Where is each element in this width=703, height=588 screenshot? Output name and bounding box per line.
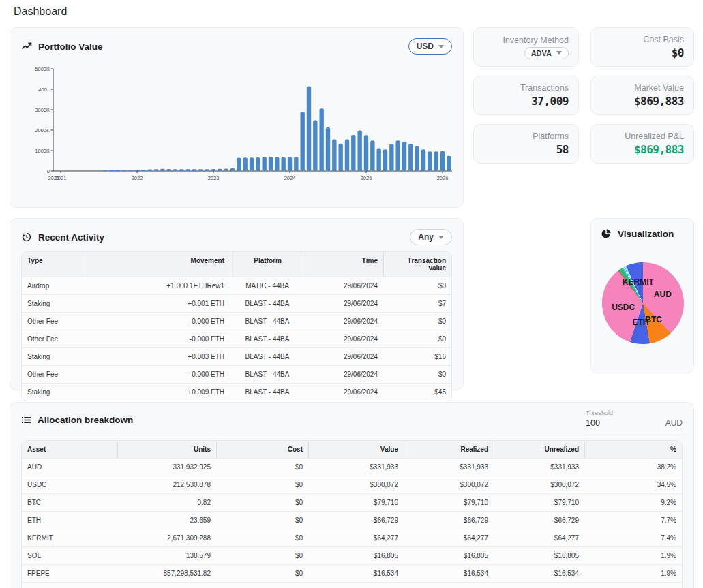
cell-transaction-value: $0 xyxy=(383,366,451,383)
column-header-movement: Movement xyxy=(87,252,230,277)
cell-movement: -0.000 ETH xyxy=(87,313,230,330)
cell-cost: $0 xyxy=(216,547,308,564)
inventory-method-dropdown[interactable]: ADVA xyxy=(524,47,569,59)
stats-grid: Inventory MethodADVACost Basis$0Transact… xyxy=(473,27,694,164)
column-header-units: Units xyxy=(117,441,216,458)
cell-value: $64,277 xyxy=(308,529,404,546)
cell-asset: BTC xyxy=(22,494,117,511)
currency-dropdown-value: USD xyxy=(417,42,434,51)
cell-units: 75,300 xyxy=(117,583,216,588)
column-header-realized: Realized xyxy=(404,441,494,458)
column-header-value: Value xyxy=(308,441,404,458)
cell-units: 331,932.925 xyxy=(117,459,216,476)
table-row: RLB75,300$0$8,309$8,309$8,3091.0% xyxy=(22,582,682,588)
column-header-transaction-value: Transaction value xyxy=(383,252,451,277)
list-icon xyxy=(21,415,31,425)
cell-platform: BLAST - 44BA xyxy=(230,295,305,312)
stat-label: Unrealized P&L xyxy=(625,131,684,141)
cell-platform: MATIC - 44BA xyxy=(230,277,305,294)
cell-type: Other Fee xyxy=(22,366,87,383)
stat-card-unrealized-pnl: Unrealized P&L$869,883 xyxy=(590,124,694,164)
svg-text:2023: 2023 xyxy=(208,175,220,181)
table-row: Staking+0.009 ETHBLAST - 44BA29/06/2024$… xyxy=(22,383,451,401)
cell-movement: -0.000 ETH xyxy=(87,366,230,383)
cell-units: 2,671,309,288 xyxy=(117,529,216,546)
activity-filter-value: Any xyxy=(418,232,434,242)
cell-unrealized: $16,534 xyxy=(494,565,584,582)
stat-card-inventory-method: Inventory MethodADVA xyxy=(473,27,579,67)
cell-type: Airdrop xyxy=(22,277,87,294)
table-row: Staking+0.003 ETHBLAST - 44BA29/06/2024$… xyxy=(22,347,451,365)
cell-asset: FPEPE xyxy=(22,565,117,582)
table-row: USDC212,530.878$0$300,072$300,072$300,07… xyxy=(22,476,682,493)
table-row: Other Fee-0.000 ETHBLAST - 44BA29/06/202… xyxy=(22,365,451,383)
allocation-pie-chart[interactable]: KERMITAUDUSDCETHBTC xyxy=(602,262,684,344)
cell-unrealized: $8,309 xyxy=(494,583,584,588)
column-header-asset: Asset xyxy=(22,441,117,458)
pie-chart-icon xyxy=(601,228,612,239)
cell-asset: ETH xyxy=(22,512,117,529)
cell-time: 29/06/2024 xyxy=(305,330,383,347)
cell-percent: 38.2% xyxy=(584,459,682,476)
table-header: AssetUnitsCostValueRealizedUnrealized% xyxy=(22,441,682,458)
svg-text:2025: 2025 xyxy=(361,175,372,181)
allocation-table: AssetUnitsCostValueRealizedUnrealized%AU… xyxy=(21,440,683,588)
cell-value: $8,309 xyxy=(308,583,404,588)
cell-value: $66,729 xyxy=(308,512,404,529)
chevron-down-icon xyxy=(438,45,444,48)
table-header: TypeMovementPlatformTimeTransaction valu… xyxy=(22,252,451,277)
cell-asset: USDC xyxy=(22,476,117,493)
cell-asset: RLB xyxy=(22,583,117,588)
cell-value: $16,534 xyxy=(308,565,404,582)
stat-value: 37,009 xyxy=(531,95,569,108)
cell-time: 29/06/2024 xyxy=(305,295,383,312)
cell-realized: $16,805 xyxy=(404,547,494,564)
cell-transaction-value: $0 xyxy=(383,277,451,294)
cell-transaction-value: $16 xyxy=(383,348,451,365)
column-header-cost: Cost xyxy=(216,441,308,458)
stat-label: Platforms xyxy=(533,131,569,141)
cell-cost: $0 xyxy=(216,512,308,529)
portfolio-value-card: Portfolio Value USD 5000K400..3000K2000K… xyxy=(10,27,464,208)
table-row: Other Fee-0.000 ETHBLAST - 44BA29/06/202… xyxy=(22,330,451,347)
cell-percent: 9.2% xyxy=(584,494,682,511)
cell-realized: $16,534 xyxy=(404,565,494,582)
stat-card-transactions: Transactions37,009 xyxy=(473,76,579,115)
cell-units: 0.82 xyxy=(117,494,216,511)
pie-label-aud: AUD xyxy=(654,290,672,299)
cell-movement: +0.001 ETH xyxy=(87,295,230,312)
cell-units: 23.659 xyxy=(117,512,216,529)
cell-type: Staking xyxy=(22,348,87,365)
cell-time: 29/06/2024 xyxy=(305,277,383,294)
allocation-breakdown-card: Allocation breakdown Threshold AUD Asset… xyxy=(10,402,694,588)
recent-activity-title: Recent Activity xyxy=(38,232,104,243)
cell-cost: $0 xyxy=(216,565,308,582)
pie-label-kermit: KERMIT xyxy=(623,277,654,287)
cell-unrealized: $66,729 xyxy=(494,512,584,529)
cell-value: $300,072 xyxy=(308,476,404,493)
cell-units: 212,530.878 xyxy=(117,476,216,493)
svg-text:400..: 400.. xyxy=(38,87,50,93)
threshold-input[interactable] xyxy=(586,418,640,428)
cell-realized: $8,309 xyxy=(404,583,494,588)
cell-type: Staking xyxy=(22,384,87,401)
cell-time: 29/06/2024 xyxy=(305,348,383,365)
cell-movement: -0.000 ETH xyxy=(87,330,230,347)
column-header-percent: % xyxy=(584,441,682,458)
cell-transaction-value: $0 xyxy=(383,330,451,347)
history-clock-icon xyxy=(21,232,32,243)
table-row: Other Fee-0.000 ETHBLAST - 44BA29/06/202… xyxy=(22,312,451,330)
cell-cost: $0 xyxy=(216,529,308,546)
svg-text:5000K: 5000K xyxy=(35,66,50,72)
cell-unrealized: $64,277 xyxy=(494,529,584,546)
cell-unrealized: $16,805 xyxy=(494,547,584,564)
cell-movement: +0.003 ETH xyxy=(87,348,230,365)
portfolio-bar-chart[interactable]: 5000K400..3000K2000K1000K020202021202220… xyxy=(20,63,456,196)
page-title: Dashboard xyxy=(14,5,67,18)
cell-cost: $0 xyxy=(216,459,308,476)
cell-platform: BLAST - 44BA xyxy=(230,348,305,365)
cell-unrealized: $300,072 xyxy=(494,476,584,493)
currency-dropdown[interactable]: USD xyxy=(408,38,452,55)
activity-filter-dropdown[interactable]: Any xyxy=(410,229,452,245)
pie-label-usdc: USDC xyxy=(612,303,635,312)
